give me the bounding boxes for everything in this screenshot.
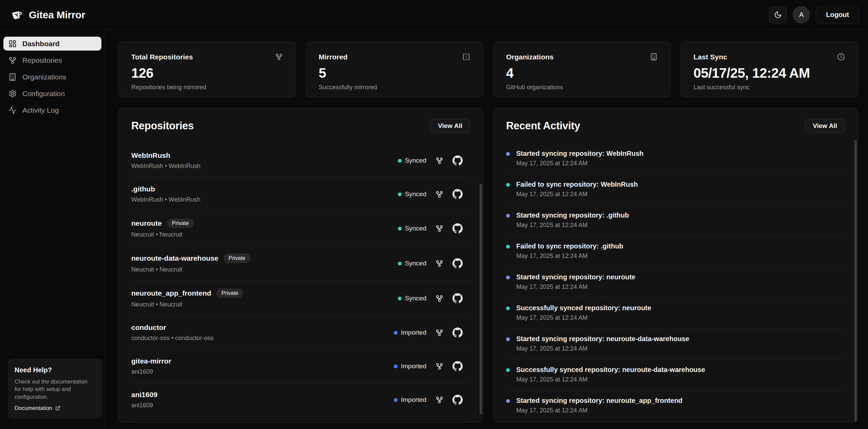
activity-status-dot <box>506 183 510 187</box>
git-fork-icon[interactable] <box>436 157 443 165</box>
repo-row: ani1609 ani1609 Imported <box>131 383 470 417</box>
activity-timestamp: May 17, 2025 at 12:24 AM <box>516 222 629 229</box>
activity-item: Started syncing repository: .github May … <box>506 205 845 236</box>
git-fork-icon[interactable] <box>436 396 443 404</box>
activity-text: Failed to sync repository: WebInRush <box>516 181 638 188</box>
sidebar-item-dashboard[interactable]: Dashboard <box>3 37 101 51</box>
activity-timestamp: May 17, 2025 at 12:24 AM <box>516 283 635 291</box>
documentation-link[interactable]: Documentation <box>15 405 95 411</box>
activity-item: Failed to sync repository: .github May 1… <box>506 236 845 267</box>
building-icon <box>8 73 17 81</box>
repo-list: WebInRush WebInRush • WebInRush Synced .… <box>131 144 470 423</box>
stat-card-total-repositories: Total Repositories 126 Repositories bein… <box>118 41 296 97</box>
repo-status: Synced <box>398 295 426 302</box>
activity-status-dot <box>506 368 510 372</box>
repo-status-label: Imported <box>401 329 426 336</box>
repo-status-label: Synced <box>405 260 426 267</box>
activity-item: Started syncing repository: WebInRush Ma… <box>506 143 845 174</box>
stat-card-title: Total Repositories <box>131 53 283 61</box>
github-icon[interactable] <box>452 293 463 303</box>
repositories-scrollbar[interactable] <box>480 184 482 414</box>
repo-row: WebInRush WebInRush • WebInRush Synced <box>131 144 470 178</box>
repo-status: Synced <box>398 190 426 198</box>
activity-status-dot <box>506 152 510 156</box>
gear-icon <box>8 90 17 98</box>
github-icon[interactable] <box>452 155 463 166</box>
theme-toggle-button[interactable] <box>769 6 787 23</box>
repo-status: Synced <box>398 260 426 267</box>
github-icon[interactable] <box>452 189 463 199</box>
git-fork-icon[interactable] <box>436 225 443 232</box>
recent-activity-panel: Recent Activity View All Started syncing… <box>493 108 858 423</box>
stat-card-note: Last successful sync <box>694 84 845 91</box>
stat-card-note: GitHub organizations <box>506 84 658 91</box>
sidebar-item-configuration[interactable]: Configuration <box>3 87 101 100</box>
activity-status-dot <box>506 214 510 218</box>
panels: Repositories View All WebInRush WebInRus… <box>118 108 858 423</box>
repo-status-label: Imported <box>401 396 426 404</box>
clock-icon <box>837 53 845 62</box>
activity-text: Started syncing repository: neuroute <box>516 273 635 281</box>
app-title: Gitea Mirror <box>29 9 85 21</box>
activity-view-all-button[interactable]: View All <box>805 119 845 133</box>
activity-timestamp: May 17, 2025 at 12:24 AM <box>516 407 682 414</box>
repositories-panel-title: Repositories <box>131 120 194 132</box>
git-fork-icon[interactable] <box>436 190 443 198</box>
repo-status-label: Imported <box>401 362 426 370</box>
repo-status-label: Synced <box>405 157 426 164</box>
repo-status-label: Synced <box>405 295 426 302</box>
logout-button[interactable]: Logout <box>816 6 859 23</box>
activity-timestamp: May 17, 2025 at 12:24 AM <box>516 160 643 167</box>
repo-status-dot <box>394 331 398 335</box>
stat-card-note: Successfully mirrored <box>319 84 470 91</box>
activity-list: Started syncing repository: WebInRush Ma… <box>506 143 845 423</box>
repo-private-badge: Private <box>224 254 251 263</box>
repo-status: Imported <box>394 362 426 370</box>
git-fork-icon[interactable] <box>436 260 443 267</box>
sidebar: Dashboard Repositories Organizations Con… <box>0 30 105 429</box>
repo-row: gitea-mirror ani1609 Imported <box>131 350 470 383</box>
repo-row: neuroute-data-warehouse Private Neucruit… <box>131 246 470 281</box>
activity-item: Started syncing repository: neuroute May… <box>506 267 845 298</box>
repo-owner: Neucruit • Neucruit <box>131 301 243 308</box>
sidebar-item-repositories[interactable]: Repositories <box>3 53 101 67</box>
git-fork-icon[interactable] <box>436 362 443 370</box>
repo-name: WebInRush <box>131 151 170 160</box>
activity-text: Started syncing repository: neuroute_app… <box>516 397 682 405</box>
sidebar-item-organizations[interactable]: Organizations <box>3 70 101 84</box>
github-icon[interactable] <box>452 395 463 405</box>
activity-item: Successfully synced repository: neuroute… <box>506 298 845 329</box>
github-icon[interactable] <box>452 258 463 268</box>
repo-status-dot <box>398 262 402 265</box>
activity-scrollbar[interactable] <box>854 140 857 422</box>
stats-row: Total Repositories 126 Repositories bein… <box>118 41 858 97</box>
sidebar-item-activity-log[interactable]: Activity Log <box>3 103 101 117</box>
activity-text: Started syncing repository: neuroute-dat… <box>516 335 689 343</box>
repositories-view-all-button[interactable]: View All <box>430 119 470 133</box>
repo-name: gitea-mirror <box>131 357 171 365</box>
github-icon[interactable] <box>452 223 463 234</box>
stat-card-title: Organizations <box>506 53 658 61</box>
documentation-link-label: Documentation <box>15 405 52 411</box>
git-fork-icon <box>275 53 283 62</box>
repositories-panel: Repositories View All WebInRush WebInRus… <box>118 108 483 423</box>
activity-status-dot <box>506 276 510 279</box>
sidebar-item-label: Activity Log <box>22 106 59 114</box>
git-fork-icon[interactable] <box>436 329 443 337</box>
repo-status-dot <box>398 159 402 163</box>
activity-timestamp: May 17, 2025 at 12:24 AM <box>516 314 651 321</box>
activity-text: Started syncing repository: WebInRush <box>516 150 643 157</box>
repo-private-badge: Private <box>167 219 194 228</box>
git-fork-icon <box>8 56 17 64</box>
activity-text: Successfully synced repository: neuroute… <box>516 366 705 374</box>
repo-owner: ani1609 <box>131 368 171 375</box>
avatar[interactable]: A <box>793 6 810 23</box>
git-fork-icon[interactable] <box>436 295 443 302</box>
sidebar-item-label: Dashboard <box>22 40 60 48</box>
moon-icon <box>774 11 782 19</box>
activity-text: Started syncing repository: .github <box>516 211 629 219</box>
repo-owner: ani1609 <box>131 402 157 409</box>
github-icon[interactable] <box>452 361 463 371</box>
github-icon[interactable] <box>452 328 463 338</box>
activity-status-dot <box>506 306 510 310</box>
